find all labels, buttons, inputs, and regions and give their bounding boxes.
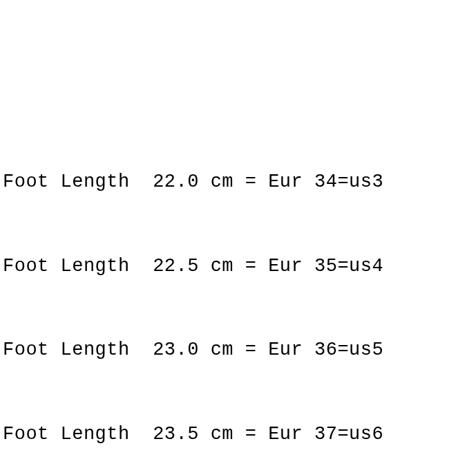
size-row: Foot Length 22.5 cm = Eur 35=us4 [3, 252, 473, 281]
shoe-size-chart: Foot Length 22.0 cm = Eur 34=us3 Foot Le… [3, 112, 473, 475]
size-row: Foot Length 22.0 cm = Eur 34=us3 [3, 168, 473, 196]
size-row: Foot Length 23.5 cm = Eur 37=us6 [3, 420, 473, 449]
size-row: Foot Length 23.0 cm = Eur 36=us5 [3, 336, 473, 364]
